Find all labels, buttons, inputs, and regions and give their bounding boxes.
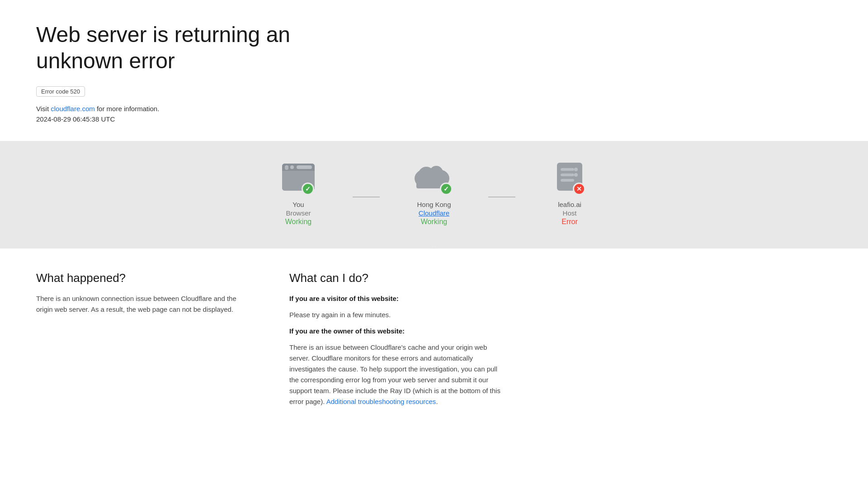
- you-label: You: [292, 201, 304, 208]
- visit-suffix: for more information.: [95, 105, 160, 113]
- timestamp: 2024-08-29 06:45:38 UTC: [36, 115, 506, 123]
- host-status-badge: ✕: [573, 183, 585, 195]
- visitor-text: Please try again in a few minutes.: [289, 310, 506, 320]
- svg-point-16: [574, 173, 578, 177]
- svg-point-3: [285, 165, 288, 169]
- server-icon-wrapper: ✕: [549, 159, 590, 195]
- what-happened-body: There is an unknown connection issue bet…: [36, 293, 253, 315]
- host-label: leafio.ai: [558, 201, 581, 208]
- hongkong-label: Hong Kong: [417, 201, 451, 208]
- svg-rect-12: [561, 168, 574, 171]
- connector-line-2: [488, 197, 515, 197]
- hongkong-status: Working: [421, 218, 447, 226]
- browser-icon-wrapper: ✓: [278, 159, 319, 195]
- you-sublabel: Browser: [286, 209, 311, 217]
- svg-rect-5: [297, 165, 312, 169]
- triangle-indicator: [425, 240, 443, 249]
- visit-text: Visit cloudflare.com for more informatio…: [36, 105, 506, 113]
- host-sublabel: Host: [563, 209, 577, 217]
- you-status-badge: ✓: [302, 183, 314, 195]
- page-title: Web server is returning an unknown error: [36, 22, 353, 74]
- owner-heading: If you are the owner of this website:: [289, 326, 506, 337]
- visit-prefix: Visit: [36, 105, 51, 113]
- svg-point-15: [574, 168, 578, 171]
- hongkong-status-badge: ✓: [440, 183, 453, 195]
- what-can-i-do-col: What can I do? If you are a visitor of t…: [289, 271, 506, 413]
- svg-point-9: [429, 166, 443, 179]
- cloudflare-link[interactable]: cloudflare.com: [51, 105, 95, 113]
- connector-2: [488, 159, 515, 226]
- status-node-hongkong: ✓ Hong Kong Cloudflare Working: [380, 159, 488, 226]
- you-status: Working: [285, 218, 311, 226]
- cloudflare-sublabel-link[interactable]: Cloudflare: [419, 209, 449, 217]
- what-can-i-do-title: What can I do?: [289, 271, 506, 285]
- svg-rect-13: [561, 174, 574, 176]
- what-happened-col: What happened? There is an unknown conne…: [36, 271, 253, 413]
- connector-line-1: [353, 197, 380, 197]
- additional-resources-link[interactable]: Additional troubleshooting resources: [326, 398, 436, 405]
- svg-point-4: [290, 165, 294, 169]
- what-happened-title: What happened?: [36, 271, 253, 285]
- status-bar: ✓ You Browser Working ✓ Hong Kong: [0, 141, 868, 249]
- status-node-you: ✓ You Browser Working: [244, 159, 353, 226]
- cloud-icon-wrapper: ✓: [414, 159, 454, 195]
- status-node-host: ✕ leafio.ai Host Error: [515, 159, 624, 226]
- connector-1: [353, 159, 380, 226]
- visitor-heading: If you are a visitor of this website:: [289, 293, 506, 304]
- owner-text: There is an issue between Cloudflare's c…: [289, 342, 506, 407]
- error-code-badge: Error code 520: [36, 86, 85, 97]
- svg-rect-14: [561, 179, 574, 182]
- host-status: Error: [561, 218, 578, 226]
